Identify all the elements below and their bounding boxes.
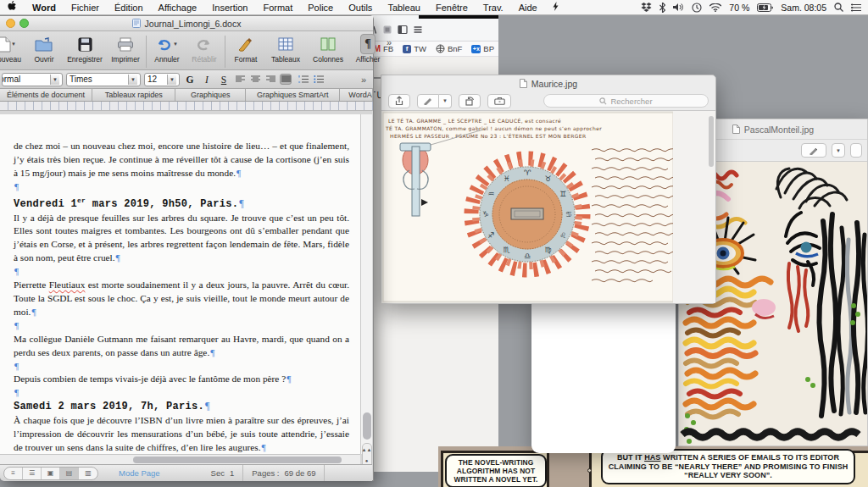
scrollbar-thumb[interactable] [133,457,342,463]
select-browse-icon[interactable]: ● [365,458,369,463]
notification-center-icon[interactable] [851,3,861,12]
pen-icon [423,97,433,105]
menu-tableau[interactable]: Tableau [380,3,428,13]
svg-text:♑: ♑ [482,210,489,219]
italic-button[interactable]: I [200,75,214,85]
menu-insertion[interactable]: Insertion [204,3,255,13]
pen-dropdown-chevron-icon[interactable]: ▼ [832,143,845,158]
bold-button[interactable]: G [183,75,197,85]
style-combo[interactable]: Normal▼ [2,73,63,86]
preview-scrollbar[interactable] [709,116,714,167]
tab-graphiques[interactable]: Graphiques [175,89,246,101]
new-document-button[interactable]: ▼ Nouveau [0,34,25,64]
menu-affichage[interactable]: Affichage [151,3,205,13]
format-painter-button[interactable]: Format [227,34,264,64]
bluetooth-icon[interactable] [659,3,665,13]
rotate-button[interactable] [459,94,481,108]
window-title-bar[interactable]: Maurice.jpg [381,75,715,91]
bookmark-bp[interactable]: +xBP [471,44,494,53]
menu-word[interactable]: Word [25,3,64,13]
tab-wordart[interactable]: WordArt [340,89,373,101]
elements-gallery-tabs: Éléments de document Tableaux rapides Gr… [0,89,373,102]
undo-arrow-icon [156,38,171,51]
preview-search-field[interactable]: Rechercher [543,94,709,108]
numbered-list-button[interactable] [298,74,309,85]
menu-hamburger-icon[interactable] [413,25,423,35]
wifi-icon[interactable] [709,3,721,12]
svg-text:♏: ♏ [503,246,509,254]
toolbox-icon [494,97,505,105]
tables-button[interactable]: Tableaux [264,34,307,64]
document-page[interactable]: de chez moi – un nouveau chez moi, encor… [0,114,360,454]
lightning-bolt-icon [553,2,559,11]
time-machine-icon[interactable] [692,3,702,13]
columns-button[interactable]: Colonnes [307,34,349,64]
sidebar-icon[interactable] [398,25,408,35]
battery-icon [757,3,773,12]
menu-aide[interactable]: Aide [511,3,545,13]
bookmark-tw[interactable]: fTW [403,44,426,53]
dropbox-icon[interactable] [641,3,652,13]
align-center-button[interactable] [249,74,261,85]
menu-fichier[interactable]: Fichier [64,3,107,13]
font-size-combo[interactable]: 12▼ [144,73,180,86]
tab-smartart[interactable]: Graphiques SmartArt [246,89,340,101]
svg-text:♎: ♎ [524,252,531,260]
outline-view-icon[interactable]: ☰ [23,467,42,480]
bookmark-bnf[interactable]: BnF [436,44,462,53]
scrollbar-thumb[interactable] [363,412,371,440]
spotlight-icon[interactable] [834,3,843,12]
show-marks-button[interactable]: ¶ Afficher [349,34,387,64]
draft-view-icon[interactable]: ≡ [4,467,23,480]
horizontal-ruler[interactable] [0,102,373,111]
bolt-app-menu[interactable] [545,2,566,13]
share-button[interactable] [388,94,410,108]
justify-button[interactable] [280,74,292,85]
menu-format[interactable]: Format [255,3,300,13]
menu-edition[interactable]: Édition [107,3,151,13]
page-view-icon[interactable]: ▤ [60,467,79,480]
menu-trav[interactable]: Trav. [476,3,511,13]
markup-pen-button[interactable] [801,143,826,158]
volume-icon[interactable] [673,3,684,12]
tab-tableaux-rapides[interactable]: Tableaux rapides [92,89,175,101]
svg-text:♊: ♊ [559,190,566,198]
word-formatting-toolbar: Normal▼ Times▼ 12▼ G I S » [0,70,373,89]
align-right-button[interactable] [264,74,276,85]
svg-text:♋: ♋ [565,210,572,219]
publishing-view-icon[interactable]: ▣ [42,467,60,480]
vertical-scrollbar[interactable]: ▲▲ ● ▼▼ [360,114,372,454]
partial-toolbar-button[interactable] [850,143,862,158]
format-overflow-chevron[interactable]: » [361,75,371,85]
pen-dropdown-chevron-icon[interactable]: ▼ [439,94,452,108]
notebook-view-icon[interactable]: ▥ [79,467,97,480]
open-button[interactable]: Ouvrir [25,34,63,64]
undo-button[interactable]: ▼ Annuler [148,34,186,64]
menu-fenetre[interactable]: Fenêtre [428,3,476,13]
pink-mouth-patch [752,299,776,316]
horizontal-scrollbar[interactable] [0,454,360,464]
menu-bar-clock[interactable]: Sam. 08:05 [781,3,826,13]
font-combo[interactable]: Times▼ [66,73,141,86]
svg-text:LE TÉ TA. GRAMME _ LE SCEPTRE: LE TÉ TA. GRAMME _ LE SCEPTRE _ LE CADUC… [388,118,561,125]
align-left-button[interactable] [234,74,246,85]
facebook-f-icon: f [403,45,411,53]
markup-toolbox-button[interactable] [487,94,511,108]
tab-elements-document[interactable]: Éléments de document [0,89,92,101]
toolbar-overflow-chevron[interactable]: » [387,34,397,47]
markup-pen-button[interactable] [417,94,439,108]
document-icon [520,79,527,88]
prev-page-icon[interactable]: ▲▲ [362,447,372,452]
menu-outils[interactable]: Outils [341,3,380,13]
redo-button[interactable]: Rétablir [186,34,223,64]
menu-police[interactable]: Police [300,3,341,13]
document-icon [732,125,740,134]
bulleted-list-button[interactable] [313,74,325,85]
apple-menu[interactable] [0,1,25,14]
new-doc-icon [0,36,11,53]
word-standard-toolbar: ▼ Nouveau Ouvrir Enregistrer Imprimer ▼ … [0,31,373,70]
underline-button[interactable]: S [217,75,231,85]
print-button[interactable]: Imprimer [107,34,144,64]
save-button[interactable]: Enregistrer [63,34,107,64]
word-title-bar[interactable]: Journal_Limongi_6.docx [0,16,373,31]
